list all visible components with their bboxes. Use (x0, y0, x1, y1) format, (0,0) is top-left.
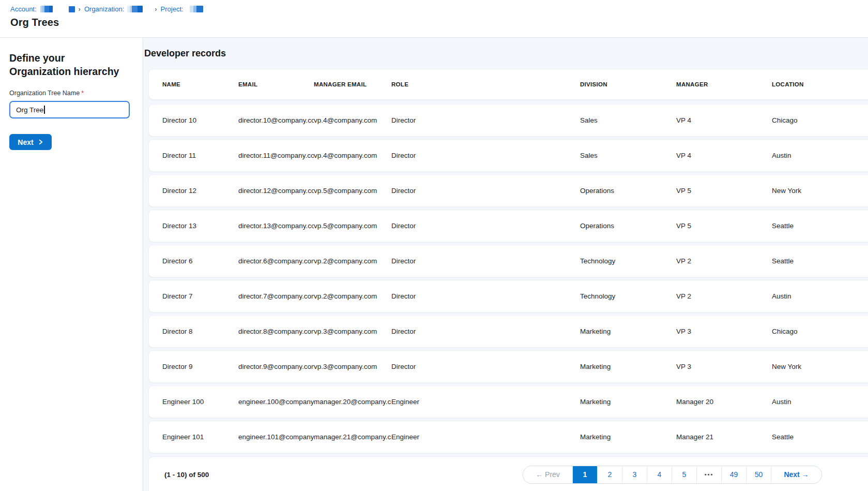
cell-role: Director (391, 257, 580, 265)
cell-manager-email: manager.21@company.com (314, 433, 391, 441)
cell-name: Director 10 (162, 116, 238, 124)
cell-manager: VP 3 (676, 328, 772, 335)
cell-manager: VP 5 (676, 187, 772, 195)
table-row: Director 11director.11@company.comvp.4@c… (148, 139, 868, 172)
cell-manager-email: vp.3@company.com (314, 328, 391, 335)
cell-manager-email: vp.2@company.com (314, 257, 391, 265)
cell-email: engineer.100@company.com (238, 398, 314, 406)
cell-manager-email: vp.5@company.com (314, 187, 391, 195)
breadcrumb-organization-link[interactable]: Organization: (84, 5, 143, 13)
cell-role: Director (391, 292, 580, 300)
table-row: Director 9director.9@company.comvp.3@com… (148, 350, 868, 383)
table-row: Engineer 101engineer.101@company.commana… (148, 421, 868, 453)
table-row: Director 8director.8@company.comvp.3@com… (148, 315, 868, 348)
account-label: Account: (10, 5, 37, 13)
cell-name: Director 8 (162, 328, 238, 335)
page-title: Org Trees (10, 17, 868, 28)
cell-email: engineer.101@company.com (238, 433, 314, 441)
column-header-name: NAME (162, 81, 238, 87)
cell-email: director.8@company.com (238, 328, 314, 335)
table-row: Director 12director.12@company.comvp.5@c… (148, 174, 868, 207)
redacted-account-badge (69, 6, 75, 12)
cell-location: Austin (772, 292, 868, 300)
cell-name: Director 7 (162, 292, 238, 300)
pagination-page-49[interactable]: 49 (722, 466, 747, 483)
pagination-page-1[interactable]: 1 (573, 466, 598, 483)
cell-role: Director (391, 328, 580, 335)
cell-manager-email: vp.3@company.com (314, 363, 391, 370)
pagination-page-3[interactable]: 3 (622, 466, 647, 483)
cell-division: Operations (580, 222, 676, 230)
redacted-organization-name (127, 6, 143, 12)
column-header-manager: MANAGER (676, 81, 772, 87)
cell-division: Sales (580, 116, 676, 124)
cell-name: Director 9 (162, 363, 238, 370)
cell-manager: VP 5 (676, 222, 772, 230)
table-row: Director 13director.13@company.comvp.5@c… (148, 210, 868, 242)
tree-name-label: Organization Tree Name* (9, 90, 133, 97)
cell-location: Seattle (772, 433, 868, 441)
cell-manager: VP 2 (676, 292, 772, 300)
cell-division: Marketing (580, 363, 676, 370)
cell-location: Seattle (772, 222, 868, 230)
chevron-right-icon (38, 139, 43, 145)
main-content: Developer records NAMEEMAILMANAGER EMAIL… (143, 38, 868, 491)
cell-name: Director 12 (162, 187, 238, 195)
column-header-location: LOCATION (772, 81, 868, 87)
pagination-page-50[interactable]: 50 (747, 466, 771, 483)
cell-email: director.13@company.com (238, 222, 314, 230)
cell-manager: Manager 21 (676, 433, 772, 441)
breadcrumb: Account: › Organization: › Project: (10, 5, 868, 13)
project-label: Project: (161, 5, 184, 13)
next-page-button[interactable]: Next → (771, 466, 821, 483)
page-body: Define your Organization hierarchy Organ… (0, 38, 868, 491)
cell-division: Operations (580, 187, 676, 195)
cell-division: Technology (580, 257, 676, 265)
cell-location: Austin (772, 152, 868, 159)
table-rows: Director 10director.10@company.comvp.4@c… (148, 104, 868, 453)
breadcrumb-project-link[interactable]: Project: (161, 5, 203, 13)
cell-email: director.6@company.com (238, 257, 314, 265)
cell-manager-email: vp.2@company.com (314, 292, 391, 300)
column-header-email: EMAIL (238, 81, 314, 87)
cell-manager-email: vp.5@company.com (314, 222, 391, 230)
cell-division: Marketing (580, 433, 676, 441)
cell-location: New York (772, 187, 868, 195)
cell-role: Director (391, 187, 580, 195)
redacted-account-name (40, 6, 53, 12)
developer-records-table: NAMEEMAILMANAGER EMAILROLEDIVISIONMANAGE… (148, 69, 868, 491)
org-trees-screen: Account: › Organization: › Project: Org … (0, 0, 868, 491)
table-header-row: NAMEEMAILMANAGER EMAILROLEDIVISIONMANAGE… (148, 69, 868, 100)
cell-manager: VP 3 (676, 363, 772, 370)
cell-email: director.7@company.com (238, 292, 314, 300)
cell-location: Austin (772, 398, 868, 406)
cell-manager: VP 4 (676, 152, 772, 159)
cell-location: Chicago (772, 116, 868, 124)
table-row: Director 7director.7@company.comvp.2@com… (148, 280, 868, 313)
sidebar-heading-line2: Organization hierarchy (9, 65, 133, 78)
cell-role: Director (391, 116, 580, 124)
prev-page-button[interactable]: ← Prev (523, 466, 573, 483)
cell-location: Seattle (772, 257, 868, 265)
cell-name: Engineer 100 (162, 398, 238, 406)
next-button[interactable]: Next (9, 134, 52, 150)
required-asterisk: * (81, 90, 84, 97)
pagination-page-4[interactable]: 4 (647, 466, 672, 483)
cell-role: Engineer (391, 398, 580, 406)
redacted-project-name (190, 6, 203, 12)
breadcrumb-account-link[interactable]: Account: (10, 5, 53, 13)
cell-manager: VP 4 (676, 116, 772, 124)
cell-division: Sales (580, 152, 676, 159)
top-bar: Account: › Organization: › Project: Org … (0, 0, 868, 38)
tree-name-input[interactable]: Org Tree (9, 101, 130, 118)
cell-email: director.11@company.com (238, 152, 314, 159)
cell-name: Director 6 (162, 257, 238, 265)
cell-role: Director (391, 363, 580, 370)
column-header-role: ROLE (391, 81, 580, 87)
table-row: Director 10director.10@company.comvp.4@c… (148, 104, 868, 137)
cell-manager: Manager 20 (676, 398, 772, 406)
pagination-page-2[interactable]: 2 (598, 466, 622, 483)
cell-name: Director 11 (162, 152, 238, 159)
cell-manager-email: vp.4@company.com (314, 152, 391, 159)
pagination-page-5[interactable]: 5 (672, 466, 697, 483)
